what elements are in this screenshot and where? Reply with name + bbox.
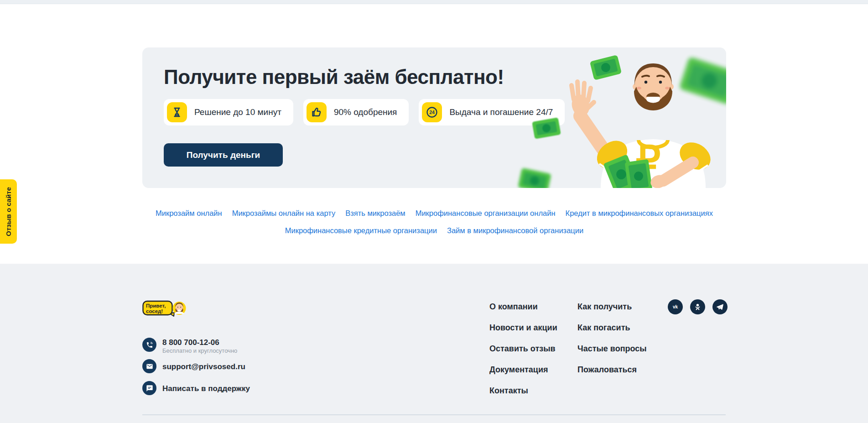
money-bill-icon [679, 57, 726, 105]
badge-label: 90% одобрения [334, 107, 397, 117]
social-links: vk [668, 299, 728, 314]
man-with-money-illustration: ₽ [471, 47, 726, 188]
footer-nav-link[interactable]: Как погасить [577, 323, 630, 332]
previous-section-edge [0, 0, 868, 4]
site-feedback-label: Отзыв о сайте [5, 187, 12, 236]
phone-note: Бесплатно и круглосуточно [162, 347, 237, 354]
footer-nav-link[interactable]: Новости и акции [489, 323, 557, 332]
footer-nav-column-1: О компанииНовости и акцииОставить отзывД… [489, 302, 557, 407]
footer-divider [142, 414, 726, 415]
chat-icon[interactable] [142, 381, 156, 395]
hero-title: Получите первый заём бесплатно! [164, 66, 504, 89]
logo-text-line2: сосед! [146, 308, 163, 314]
thumbs-up-icon [307, 102, 327, 122]
badge-24-text: 24 [430, 110, 435, 115]
money-bill-icon [532, 117, 561, 139]
write-to-support-link[interactable]: Написать в поддержку [162, 384, 250, 393]
footer-nav-link[interactable]: Контакты [489, 386, 528, 395]
footer-nav-column-2: Как получитьКак погаситьЧастые вопросыПо… [577, 302, 647, 386]
logo-text-line1: Привет, [146, 303, 166, 308]
support-email[interactable]: support@privsosed.ru [162, 362, 245, 371]
seo-link[interactable]: Кредит в микрофинансовых организациях [566, 209, 713, 218]
seo-link[interactable]: Займ в микрофинансовой организации [447, 226, 583, 235]
money-bill-icon [518, 168, 551, 188]
seo-links-row-2: Микрофинансовые кредитные организацииЗай… [142, 226, 726, 235]
hourglass-icon [167, 102, 187, 122]
phone-number[interactable]: 8 800 700-12-06 [162, 338, 219, 347]
badge-decision-time: Решение до 10 минут [164, 99, 293, 125]
hero-banner: Получите первый заём бесплатно! Решение … [142, 47, 726, 188]
badge-label: Решение до 10 минут [194, 107, 281, 117]
badge-approval-rate: 90% одобрения [303, 99, 409, 125]
seo-link[interactable]: Микрофинансовые организации онлайн [416, 209, 556, 218]
email-icon[interactable] [142, 359, 156, 373]
logo-avatar-icon [173, 302, 186, 315]
site-feedback-tab[interactable]: Отзыв о сайте [0, 179, 17, 244]
footer-nav-link[interactable]: Частые вопросы [577, 344, 647, 353]
footer: Привет, сосед! 8 800 700-12-06 Бесплатно… [0, 264, 868, 423]
footer-nav-link[interactable]: О компании [489, 302, 538, 311]
footer-nav-link[interactable]: Оставить отзыв [489, 344, 556, 353]
ok-icon[interactable] [690, 299, 705, 314]
money-bill-icon [590, 55, 622, 80]
seo-link[interactable]: Микрофинансовые кредитные организации [285, 226, 437, 235]
24-7-icon: 24 [422, 102, 442, 122]
man-face [633, 63, 674, 110]
telegram-icon[interactable] [712, 299, 728, 314]
footer-nav-link[interactable]: Как получить [577, 302, 632, 311]
seo-links: Микрозайм онлайнМикрозаймы онлайн на кар… [142, 209, 726, 235]
seo-link[interactable]: Микрозаймы онлайн на карту [232, 209, 336, 218]
phone-icon[interactable] [142, 338, 156, 352]
seo-links-row-1: Микрозайм онлайнМикрозаймы онлайн на кар… [142, 209, 726, 218]
footer-nav-link[interactable]: Документация [489, 365, 548, 374]
seo-link[interactable]: Взять микрозаём [345, 209, 405, 218]
footer-nav-link[interactable]: Пожаловаться [577, 365, 637, 374]
seo-link[interactable]: Микрозайм онлайн [156, 209, 222, 218]
vk-icon[interactable]: vk [668, 299, 683, 314]
get-money-button[interactable]: Получить деньги [164, 143, 283, 167]
svg-text:vk: vk [673, 304, 678, 309]
waving-hand [570, 82, 607, 154]
logo[interactable]: Привет, сосед! [142, 300, 186, 317]
